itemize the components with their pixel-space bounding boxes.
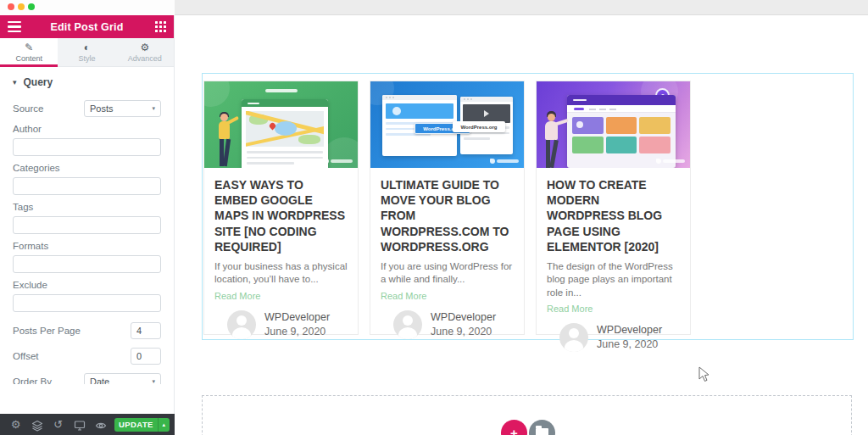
post-date: June 9, 2020 bbox=[264, 325, 330, 339]
update-button[interactable]: UPDATE bbox=[114, 418, 157, 432]
illustration-shape bbox=[298, 135, 320, 144]
titlebar-right bbox=[175, 0, 868, 15]
gear-icon: ⚙ bbox=[140, 42, 149, 53]
window-minimize-button[interactable] bbox=[18, 3, 25, 10]
update-options-caret[interactable]: ▴ bbox=[158, 418, 170, 432]
section-title: Query bbox=[24, 76, 53, 88]
wordpress-org-label: WordPress.org bbox=[453, 121, 505, 132]
post-author: WPDeveloper bbox=[264, 310, 330, 325]
illustration-shape bbox=[242, 99, 328, 107]
chevron-down-icon: ▾ bbox=[152, 105, 155, 112]
query-controls: Source Posts ▾ Author Categories Tags bbox=[0, 100, 174, 384]
pencil-icon: ✎ bbox=[25, 42, 33, 53]
read-more-link[interactable]: Read More bbox=[381, 291, 514, 301]
post-title-link[interactable]: ULTIMATE GUIDE TO MOVE YOUR BLOG FROM WO… bbox=[381, 177, 514, 254]
post-body: ULTIMATE GUIDE TO MOVE YOUR BLOG FROM WO… bbox=[370, 168, 524, 339]
illustration-browser bbox=[242, 99, 328, 168]
person-illustration bbox=[542, 112, 564, 168]
post-date: June 9, 2020 bbox=[431, 325, 496, 339]
post-grid-widget[interactable]: EASY WAYS TO EMBED GOOGLE MAPS IN WORDPR… bbox=[202, 73, 854, 340]
widgets-grid-icon[interactable] bbox=[155, 21, 166, 32]
formats-field-group: Formats bbox=[13, 241, 161, 273]
folder-icon bbox=[536, 428, 548, 435]
categories-field-group: Categories bbox=[13, 163, 161, 195]
panel-title: Edit Post Grid bbox=[50, 21, 123, 33]
post-meta: WPDeveloper June 9, 2020 bbox=[381, 310, 514, 339]
post-author: WPDeveloper bbox=[431, 310, 496, 325]
post-meta: WPDeveloper June 9, 2020 bbox=[547, 323, 680, 352]
navigator-icon[interactable] bbox=[26, 414, 47, 435]
watermark-logo bbox=[497, 159, 519, 163]
panel-footer: ⚙ ↺ UPDATE ▴ bbox=[0, 414, 175, 435]
window-titlebar bbox=[0, 0, 868, 15]
author-field-group: Author bbox=[13, 124, 161, 156]
post-card: HOW TO CREATE MODERN WORDPRESS BLOG PAGE… bbox=[536, 81, 691, 335]
chevron-down-icon: ▾ bbox=[13, 78, 17, 86]
offset-input[interactable] bbox=[131, 348, 161, 365]
post-meta: WPDeveloper June 9, 2020 bbox=[214, 310, 348, 339]
illustration-browser bbox=[567, 95, 676, 168]
illustration-shape bbox=[247, 162, 294, 165]
titlebar-left bbox=[0, 0, 175, 15]
post-date: June 9, 2020 bbox=[597, 337, 662, 352]
post-excerpt: If you are using WordPress for a while a… bbox=[381, 260, 514, 287]
elementor-editor: Edit Post Grid ✎ Content ◐ Style ⚙ Advan… bbox=[0, 0, 868, 435]
watermark-logo bbox=[331, 159, 353, 163]
illustration-shape bbox=[275, 121, 297, 136]
author-avatar bbox=[227, 310, 256, 339]
half-circle-icon: ◐ bbox=[84, 42, 90, 53]
post-author: WPDeveloper bbox=[597, 323, 662, 337]
read-more-link[interactable]: Read More bbox=[547, 304, 680, 314]
panel-header: Edit Post Grid bbox=[0, 15, 174, 38]
categories-input[interactable] bbox=[13, 177, 161, 195]
chevron-down-icon: ▾ bbox=[152, 378, 155, 384]
responsive-mode-icon[interactable] bbox=[69, 414, 90, 435]
window-close-button[interactable] bbox=[8, 3, 14, 10]
settings-icon[interactable]: ⚙ bbox=[5, 414, 26, 435]
map-illustration bbox=[246, 111, 324, 147]
preview-canvas: EASY WAYS TO EMBED GOOGLE MAPS IN WORDPR… bbox=[175, 15, 868, 435]
history-icon[interactable]: ↺ bbox=[47, 414, 69, 435]
query-section-toggle[interactable]: ▾ Query bbox=[0, 67, 174, 95]
preview-icon[interactable] bbox=[90, 414, 111, 435]
post-card: EASY WAYS TO EMBED GOOGLE MAPS IN WORDPR… bbox=[203, 81, 359, 335]
read-more-link[interactable]: Read More bbox=[214, 291, 348, 301]
tags-field-group: Tags bbox=[13, 202, 161, 234]
post-thumbnail[interactable] bbox=[204, 81, 358, 168]
tab-content[interactable]: ✎ Content bbox=[0, 38, 58, 66]
menu-hamburger-icon[interactable] bbox=[8, 21, 21, 32]
posts-per-page-input[interactable] bbox=[131, 322, 161, 339]
panel-tabs: ✎ Content ◐ Style ⚙ Advanced bbox=[0, 38, 174, 67]
window-zoom-button[interactable] bbox=[28, 3, 35, 10]
exclude-field-group: Exclude bbox=[13, 280, 161, 312]
post-thumbnail[interactable] bbox=[537, 81, 690, 168]
tab-style[interactable]: ◐ Style bbox=[58, 38, 115, 66]
post-body: HOW TO CREATE MODERN WORDPRESS BLOG PAGE… bbox=[537, 168, 690, 352]
post-excerpt: The design of the WordPress blog page pl… bbox=[547, 260, 680, 300]
posts-per-page-row: Posts Per Page bbox=[13, 322, 161, 339]
person-illustration bbox=[215, 114, 236, 168]
elementor-panel: Edit Post Grid ✎ Content ◐ Style ⚙ Advan… bbox=[0, 15, 175, 414]
post-body: EASY WAYS TO EMBED GOOGLE MAPS IN WORDPR… bbox=[204, 168, 358, 339]
order-by-row: Order By Date ▾ bbox=[13, 373, 161, 384]
order-by-select[interactable]: Date ▾ bbox=[84, 373, 161, 384]
offset-row: Offset bbox=[13, 348, 161, 365]
illustration-logo bbox=[265, 89, 298, 92]
watermark-logo bbox=[663, 159, 685, 163]
tab-advanced[interactable]: ⚙ Advanced bbox=[116, 38, 174, 66]
exclude-input[interactable] bbox=[13, 294, 161, 312]
source-select[interactable]: Posts ▾ bbox=[84, 100, 161, 117]
panel-body: ▾ Query Source Posts ▾ Author Categories bbox=[0, 67, 174, 384]
author-input[interactable] bbox=[13, 138, 161, 156]
formats-input[interactable] bbox=[13, 255, 161, 273]
post-title-link[interactable]: EASY WAYS TO EMBED GOOGLE MAPS IN WORDPR… bbox=[214, 177, 348, 254]
illustration-shape bbox=[247, 157, 323, 159]
post-thumbnail[interactable]: WordPress.com WordPress.org bbox=[370, 81, 524, 168]
post-title-link[interactable]: HOW TO CREATE MODERN WORDPRESS BLOG PAGE… bbox=[547, 177, 680, 254]
tags-input[interactable] bbox=[13, 216, 161, 234]
author-avatar bbox=[393, 310, 422, 339]
post-card: WordPress.com WordPress.org ULTIMATE GUI… bbox=[370, 81, 525, 335]
mouse-cursor bbox=[698, 366, 709, 382]
post-excerpt: If your business has a physical location… bbox=[214, 260, 348, 287]
illustration-shape bbox=[247, 151, 323, 153]
